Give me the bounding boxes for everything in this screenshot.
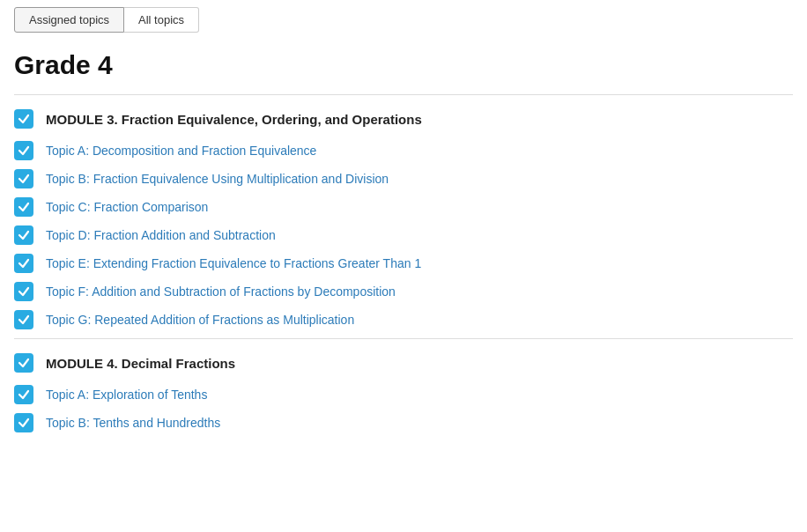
- module-4-checkbox[interactable]: [14, 353, 33, 373]
- topic-row: Topic A: Decomposition and Fraction Equi…: [14, 141, 793, 160]
- module-3-checkbox[interactable]: [14, 109, 33, 129]
- grade-title: Grade 4: [14, 50, 793, 80]
- topic-m3te-link[interactable]: Topic E: Extending Fraction Equivalence …: [46, 256, 421, 270]
- module-4-row: MODULE 4. Decimal Fractions: [14, 353, 793, 373]
- topic-row: Topic A: Exploration of Tenths: [14, 385, 793, 404]
- module-section-3: MODULE 3. Fraction Equivalence, Ordering…: [14, 109, 793, 329]
- topic-row: Topic F: Addition and Subtraction of Fra…: [14, 282, 793, 301]
- topic-row: Topic B: Fraction Equivalence Using Mult…: [14, 169, 793, 188]
- module-3-row: MODULE 3. Fraction Equivalence, Ordering…: [14, 109, 793, 129]
- topic-row: Topic G: Repeated Addition of Fractions …: [14, 310, 793, 329]
- topic-m3tc-checkbox[interactable]: [14, 197, 33, 217]
- checkmark-icon: [18, 201, 30, 213]
- topic-m3tg-checkbox[interactable]: [14, 310, 33, 329]
- topic-row: Topic B: Tenths and Hundredths: [14, 413, 793, 432]
- topic-m3ta-checkbox[interactable]: [14, 141, 33, 160]
- module-4-label: MODULE 4. Decimal Fractions: [46, 356, 235, 371]
- topic-m3tf-checkbox[interactable]: [14, 282, 33, 301]
- divider-top: [14, 94, 793, 95]
- topic-row: Topic D: Fraction Addition and Subtracti…: [14, 225, 793, 245]
- tab-assigned-topics[interactable]: Assigned topics: [14, 7, 124, 33]
- checkmark-icon: [18, 229, 30, 241]
- topic-m3td-checkbox[interactable]: [14, 225, 33, 245]
- checkmark-icon: [18, 314, 30, 326]
- checkmark-icon: [18, 257, 30, 270]
- checkmark-icon: [18, 144, 30, 157]
- topic-m4ta-checkbox[interactable]: [14, 385, 33, 404]
- topic-row: Topic E: Extending Fraction Equivalence …: [14, 254, 793, 273]
- topic-m3tc-link[interactable]: Topic C: Fraction Comparison: [46, 200, 208, 214]
- topic-m3tb-link[interactable]: Topic B: Fraction Equivalence Using Mult…: [46, 172, 389, 186]
- module-section-4: MODULE 4. Decimal Fractions Topic A: Exp…: [14, 353, 793, 432]
- tab-all-topics[interactable]: All topics: [124, 7, 199, 33]
- topic-m3tg-link[interactable]: Topic G: Repeated Addition of Fractions …: [46, 313, 354, 327]
- topic-row: Topic C: Fraction Comparison: [14, 197, 793, 217]
- tab-bar: Assigned topics All topics: [14, 7, 793, 33]
- topic-m3ta-link[interactable]: Topic A: Decomposition and Fraction Equi…: [46, 144, 316, 158]
- topic-m3tf-link[interactable]: Topic F: Addition and Subtraction of Fra…: [46, 284, 396, 299]
- module-3-label: MODULE 3. Fraction Equivalence, Ordering…: [46, 112, 422, 127]
- checkmark-icon: [18, 388, 30, 401]
- divider-middle: [14, 338, 793, 339]
- topic-m4tb-link[interactable]: Topic B: Tenths and Hundredths: [46, 416, 220, 430]
- checkmark-icon: [18, 285, 30, 298]
- checkmark-icon: [18, 357, 30, 369]
- checkmark-icon: [18, 113, 30, 125]
- topic-m4ta-link[interactable]: Topic A: Exploration of Tenths: [46, 388, 207, 402]
- topic-m4tb-checkbox[interactable]: [14, 413, 33, 432]
- checkmark-icon: [18, 173, 30, 185]
- topic-m3tb-checkbox[interactable]: [14, 169, 33, 188]
- topic-m3te-checkbox[interactable]: [14, 254, 33, 273]
- topic-m3td-link[interactable]: Topic D: Fraction Addition and Subtracti…: [46, 228, 276, 242]
- checkmark-icon: [18, 417, 30, 429]
